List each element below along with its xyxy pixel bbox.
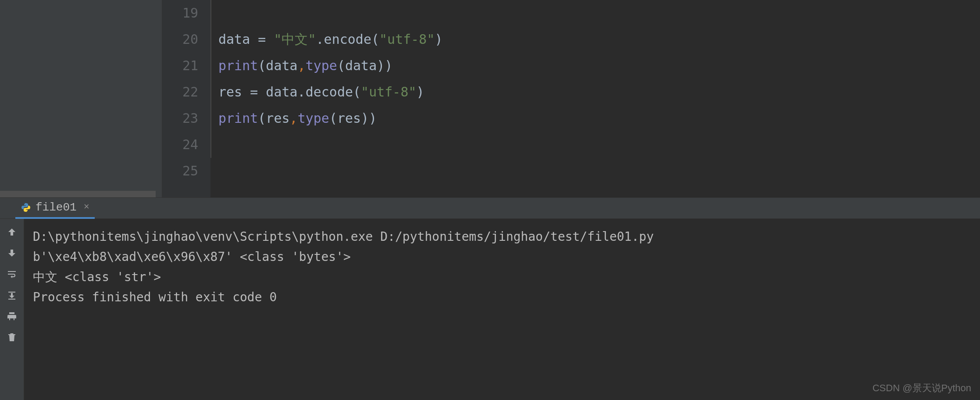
- editor-area: 19 20 21 22 23 24 25 data = "中文".encode(…: [0, 0, 980, 197]
- indent-guide: [210, 0, 211, 158]
- run-tab-label: file01: [36, 201, 77, 214]
- code-line[interactable]: print(res,type(res)): [218, 105, 980, 132]
- code-editor[interactable]: 19 20 21 22 23 24 25 data = "中文".encode(…: [162, 0, 980, 197]
- output-line: Process finished with exit code 0: [33, 287, 971, 307]
- close-icon[interactable]: ×: [84, 202, 89, 213]
- output-line: D:\pythonitems\jinghao\venv\Scripts\pyth…: [33, 227, 971, 247]
- run-tab-file01[interactable]: file01 ×: [15, 198, 95, 219]
- line-number: 20: [162, 26, 198, 53]
- code-lines[interactable]: data = "中文".encode("utf-8") print(data,t…: [210, 0, 980, 197]
- line-number: 25: [162, 158, 198, 184]
- soft-wrap-icon[interactable]: [5, 268, 18, 281]
- line-gutter: 19 20 21 22 23 24 25: [162, 0, 210, 197]
- output-line: b'\xe4\xb8\xad\xe6\x96\x87' <class 'byte…: [33, 247, 971, 267]
- code-line[interactable]: print(data,type(data)): [218, 53, 980, 79]
- arrow-down-icon[interactable]: [5, 246, 18, 260]
- code-line[interactable]: [218, 158, 980, 184]
- python-icon: [21, 202, 31, 213]
- code-line[interactable]: [218, 132, 980, 158]
- output-line: 中文 <class 'str'>: [33, 267, 971, 287]
- print-icon[interactable]: [5, 310, 18, 323]
- line-number: 24: [162, 132, 198, 158]
- project-panel[interactable]: [0, 0, 162, 197]
- run-panel: file01 × D:\pythonitems\jinghao: [0, 197, 980, 400]
- line-number: 23: [162, 105, 198, 132]
- line-number: 21: [162, 53, 198, 79]
- run-toolbar: [0, 219, 24, 400]
- watermark: CSDN @景天说Python: [873, 382, 971, 395]
- console-output[interactable]: D:\pythonitems\jinghao\venv\Scripts\pyth…: [24, 219, 980, 400]
- code-line[interactable]: [218, 0, 980, 26]
- scroll-to-end-icon[interactable]: [5, 289, 18, 302]
- horizontal-scrollbar[interactable]: [0, 191, 156, 197]
- trash-icon[interactable]: [5, 331, 18, 344]
- run-body: D:\pythonitems\jinghao\venv\Scripts\pyth…: [0, 219, 980, 400]
- line-number: 22: [162, 79, 198, 105]
- line-number: 19: [162, 0, 198, 26]
- run-tab-bar: file01 ×: [0, 198, 980, 219]
- code-line[interactable]: res = data.decode("utf-8"): [218, 79, 980, 105]
- arrow-up-icon[interactable]: [5, 225, 18, 239]
- code-line[interactable]: data = "中文".encode("utf-8"): [218, 26, 980, 53]
